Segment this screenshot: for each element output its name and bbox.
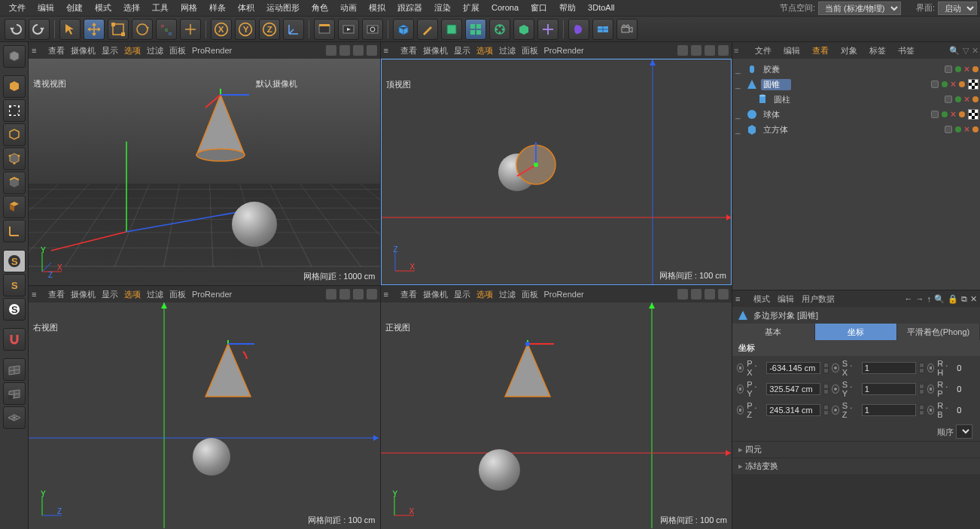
menu-Corona[interactable]: Corona xyxy=(485,3,525,12)
undo-button[interactable] xyxy=(5,19,26,40)
poly-mode[interactable] xyxy=(3,196,26,218)
attrtab-基本[interactable]: 基本 xyxy=(732,324,815,340)
magnet-icon[interactable] xyxy=(3,328,26,351)
scene-camera[interactable] xyxy=(537,19,558,40)
nav-up-icon[interactable]: ↑ xyxy=(927,294,932,304)
move-tool[interactable] xyxy=(84,19,105,40)
viewport-perspective[interactable]: ≡ 查看 摄像机 显示 选项 过滤 面板 ProRender 透视视图 默认摄像… xyxy=(29,42,380,285)
vp-canvas-top[interactable]: 顶视图 Z X 网格 xyxy=(381,59,732,285)
menu-样条[interactable]: 样条 xyxy=(203,3,232,12)
menu-扩展[interactable]: 扩展 xyxy=(457,3,485,12)
grid2-icon[interactable] xyxy=(3,382,26,405)
vp-menu-panel[interactable]: 面板 xyxy=(169,45,186,56)
psr-toggle[interactable]: PSR xyxy=(156,19,177,40)
rotate-tool[interactable] xyxy=(132,19,153,40)
cone-object[interactable] xyxy=(190,89,258,172)
vp-menu-prorender[interactable]: ProRender xyxy=(192,46,232,55)
cone-front[interactable] xyxy=(501,340,562,408)
objtab-对象[interactable]: 对象 xyxy=(835,44,863,56)
attrtab-坐标[interactable]: 坐标 xyxy=(815,324,898,340)
deformer-bend[interactable] xyxy=(489,19,510,40)
workplane[interactable]: S xyxy=(3,298,26,321)
attrtab-平滑着色(Phong)[interactable]: 平滑着色(Phong) xyxy=(897,324,980,340)
vp-menu-camera[interactable]: 摄像机 xyxy=(71,45,96,56)
vp-canvas-front[interactable]: 正视图 Y X 网格 xyxy=(381,303,732,529)
model-mode[interactable] xyxy=(3,75,26,98)
vp-nav2-icon[interactable] xyxy=(339,45,350,56)
pos-input[interactable] xyxy=(766,383,820,395)
point-mode[interactable] xyxy=(3,147,26,170)
hamburger-icon[interactable]: ≡ xyxy=(735,294,746,303)
pos-input[interactable] xyxy=(766,404,820,416)
nodespace-select[interactable]: 当前 (标准/物理) xyxy=(818,2,901,15)
layout-select[interactable]: 启动 xyxy=(938,2,977,15)
menu-帮助[interactable]: 帮助 xyxy=(553,3,582,12)
render-view[interactable] xyxy=(314,19,335,40)
viewport-right[interactable]: ≡ 查看摄像机显示选项过滤面板ProRender 右视图 xyxy=(29,286,380,529)
axis-y-toggle[interactable]: Y xyxy=(235,19,256,40)
scale-input[interactable] xyxy=(862,362,916,374)
redo-button[interactable] xyxy=(29,19,50,40)
close-icon[interactable]: ✕ xyxy=(972,46,978,56)
tree-item-圆柱[interactable]: 圆柱× xyxy=(734,92,978,107)
menu-窗口[interactable]: 窗口 xyxy=(525,3,553,12)
search-icon[interactable]: 🔍 xyxy=(949,46,960,56)
menu-渲染[interactable]: 渲染 xyxy=(428,3,457,12)
sphere-right[interactable] xyxy=(193,438,230,476)
search-icon[interactable]: 🔍 xyxy=(934,294,945,304)
vp-nav4-icon[interactable] xyxy=(367,45,377,56)
newwin-icon[interactable]: ⧉ xyxy=(961,294,967,304)
generator-subdivision[interactable] xyxy=(441,19,462,40)
axis-mode[interactable] xyxy=(3,220,26,242)
nav-fwd-icon[interactable]: → xyxy=(916,294,924,304)
scale-tool[interactable] xyxy=(108,19,129,40)
lock-icon[interactable]: 🔒 xyxy=(948,294,958,304)
menu-角色[interactable]: 角色 xyxy=(306,3,334,12)
object-tree[interactable]: ⎯胶囊×⎯圆锥×圆柱×⎯球体×⎯立方体× xyxy=(732,59,980,290)
objtab-编辑[interactable]: 编辑 xyxy=(778,44,806,56)
sphere-front[interactable] xyxy=(479,449,520,491)
camera-object[interactable] xyxy=(616,19,638,40)
menu-工具[interactable]: 工具 xyxy=(146,3,175,12)
axis-z-toggle[interactable]: Z xyxy=(259,19,280,40)
object-mode[interactable] xyxy=(3,123,26,146)
scale-input[interactable] xyxy=(862,383,916,395)
grid3-icon[interactable] xyxy=(3,406,26,429)
hamburger-icon[interactable]: ≡ xyxy=(734,46,747,55)
menu-网格[interactable]: 网格 xyxy=(175,3,203,12)
menu-动画[interactable]: 动画 xyxy=(334,3,363,12)
lastused-tool[interactable] xyxy=(180,19,201,40)
snap-toggle[interactable]: S xyxy=(3,250,26,272)
fields-button[interactable] xyxy=(513,19,534,40)
axis-x-toggle[interactable]: X xyxy=(211,19,232,40)
menu-体积[interactable]: 体积 xyxy=(232,3,260,12)
objtab-查看[interactable]: 查看 xyxy=(806,44,835,56)
filter-icon[interactable]: ▽ xyxy=(963,46,969,56)
viewport-top[interactable]: ≡ 查看摄像机显示选项过滤面板ProRender 顶视图 xyxy=(381,42,732,285)
attr-menu-mode[interactable]: 模式 xyxy=(753,293,770,305)
menu-3DtoAll[interactable]: 3DtoAll xyxy=(582,3,620,12)
vp-canvas-right[interactable]: 右视图 Y Z 网格 xyxy=(29,303,380,529)
pos-input[interactable] xyxy=(766,362,820,374)
menu-模拟[interactable]: 模拟 xyxy=(363,3,391,12)
primitive-cube[interactable] xyxy=(393,19,414,40)
render-settings[interactable] xyxy=(362,19,383,40)
objtab-书签[interactable]: 书签 xyxy=(892,44,921,56)
floor-button[interactable] xyxy=(592,19,613,40)
vp-menu-view[interactable]: 查看 xyxy=(48,45,65,56)
menu-运动图形[interactable]: 运动图形 xyxy=(260,3,306,12)
collapse-freeze[interactable]: 冻结变换 xyxy=(732,458,980,474)
make-editable[interactable] xyxy=(3,45,26,68)
menu-选择[interactable]: 选择 xyxy=(117,3,146,12)
texture-mode[interactable] xyxy=(3,99,26,122)
collapse-quaternion[interactable]: 四元 xyxy=(732,441,980,458)
tree-item-球体[interactable]: ⎯球体× xyxy=(734,107,978,122)
vp-menu-options[interactable]: 选项 xyxy=(124,45,141,56)
sphere-object[interactable] xyxy=(232,202,277,247)
menu-模式[interactable]: 模式 xyxy=(89,3,117,12)
attr-menu-userdata[interactable]: 用户数据 xyxy=(802,293,835,305)
viewport-front[interactable]: ≡ 查看摄像机显示选项过滤面板ProRender 正视图 xyxy=(381,286,732,529)
order-select[interactable] xyxy=(956,424,972,439)
cone-right[interactable] xyxy=(202,340,262,408)
scale-input[interactable] xyxy=(862,404,916,416)
